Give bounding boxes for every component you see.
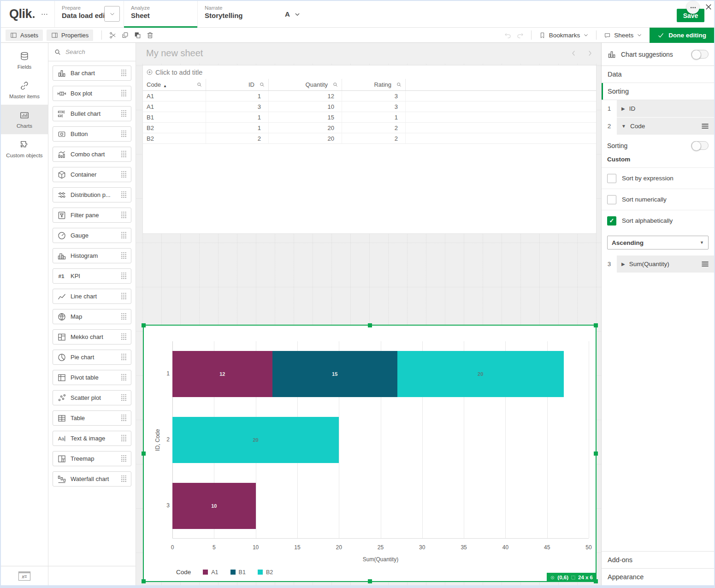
sort-alphabetically-row[interactable]: Sort alphabetically bbox=[602, 210, 714, 231]
column-search-icon[interactable] bbox=[196, 82, 202, 88]
global-menu-icon[interactable] bbox=[41, 10, 48, 18]
bar-chart-object[interactable]: 1215202010 ID, Code Sum(Quantity) 051015… bbox=[143, 325, 597, 582]
bookmarks-button[interactable]: Bookmarks bbox=[536, 32, 592, 39]
table-cell[interactable]: 2 bbox=[342, 123, 406, 133]
section-appearance[interactable]: Appearance bbox=[602, 568, 714, 585]
drag-handle-icon[interactable] bbox=[121, 191, 127, 199]
asset-item-container[interactable]: Container bbox=[53, 167, 131, 182]
drag-handle-icon[interactable] bbox=[121, 272, 127, 280]
asset-item-bullet-chart[interactable]: Bullet chart bbox=[53, 106, 131, 121]
column-search-icon[interactable] bbox=[396, 82, 402, 88]
drag-handle-icon[interactable] bbox=[121, 353, 127, 361]
drag-handle-icon[interactable] bbox=[121, 211, 127, 219]
legend-item-b2[interactable]: B2 bbox=[258, 569, 273, 576]
chart-suggestions-toggle[interactable] bbox=[691, 50, 709, 59]
resize-handle[interactable] bbox=[594, 451, 598, 456]
asset-item-line-chart[interactable]: Line chart bbox=[53, 289, 131, 304]
redo-button[interactable] bbox=[514, 29, 526, 42]
sorting-item-code[interactable]: 2 ▼ Code bbox=[602, 118, 714, 135]
variables-icon[interactable]: x= bbox=[18, 571, 30, 581]
drag-handle-icon[interactable] bbox=[121, 252, 127, 260]
asset-item-waterfall-chart[interactable]: Waterfall chart bbox=[53, 471, 131, 487]
table-title-placeholder[interactable]: Click to add title bbox=[143, 65, 596, 79]
resize-handle[interactable] bbox=[142, 451, 146, 456]
column-search-icon[interactable] bbox=[259, 82, 265, 88]
drag-handle-icon[interactable] bbox=[121, 89, 127, 97]
table-cell[interactable]: 1 bbox=[206, 112, 269, 122]
table-cell[interactable]: 3 bbox=[342, 91, 406, 101]
table-cell[interactable]: A1 bbox=[143, 101, 206, 112]
column-header-id[interactable]: ID bbox=[206, 79, 269, 90]
asset-item-table[interactable]: Table bbox=[53, 410, 131, 426]
table-cell[interactable]: B2 bbox=[143, 123, 206, 133]
drag-handle-icon[interactable] bbox=[121, 455, 127, 463]
sidebar-item-fields[interactable]: Fields bbox=[1, 46, 48, 75]
drag-handle-icon[interactable] bbox=[121, 394, 127, 402]
caret-right-icon[interactable]: ▶ bbox=[621, 261, 625, 267]
asset-item-mekko-chart[interactable]: Mekko chart bbox=[53, 329, 131, 344]
copy-button[interactable] bbox=[119, 29, 131, 42]
search-input[interactable] bbox=[65, 48, 130, 55]
table-cell[interactable]: A1 bbox=[143, 91, 206, 101]
column-header-code[interactable]: Code▲ bbox=[143, 79, 206, 90]
asset-item-bar-chart[interactable]: Bar chart bbox=[53, 65, 131, 81]
drag-handle-icon[interactable] bbox=[121, 313, 127, 321]
drag-handle-icon[interactable] bbox=[121, 333, 127, 341]
properties-panel-button[interactable]: Properties bbox=[47, 30, 93, 41]
resize-handle[interactable] bbox=[368, 579, 372, 583]
asset-item-pie-chart[interactable]: Pie chart bbox=[53, 350, 131, 365]
sort-by-expression-checkbox[interactable] bbox=[607, 174, 616, 183]
asset-item-histogram[interactable]: Histogram bbox=[53, 248, 131, 263]
drag-handle-icon[interactable] bbox=[121, 374, 127, 381]
sorting-item-id[interactable]: 1 ▶ ID bbox=[602, 100, 714, 117]
section-addons[interactable]: Add-ons bbox=[602, 551, 714, 568]
table-cell[interactable]: 2 bbox=[342, 133, 406, 143]
sort-by-expression-row[interactable]: Sort by expression bbox=[602, 167, 714, 189]
resize-handle[interactable] bbox=[142, 579, 146, 583]
bar-segment-b2[interactable]: 20 bbox=[172, 417, 339, 463]
asset-item-scatter-plot[interactable]: Scatter plot bbox=[53, 390, 131, 405]
table-cell[interactable]: 10 bbox=[269, 101, 342, 112]
bar-segment-b1[interactable]: 15 bbox=[272, 351, 397, 397]
tab-narrate[interactable]: Narrate Storytelling bbox=[197, 1, 271, 27]
table-cell[interactable]: B2 bbox=[143, 133, 206, 143]
window-more-button[interactable] bbox=[686, 1, 699, 14]
asset-item-distribution-p[interactable]: Distribution p... bbox=[53, 187, 131, 202]
column-search-icon[interactable] bbox=[332, 82, 338, 88]
asset-item-pivot-table[interactable]: Pivot table bbox=[53, 370, 131, 385]
resize-handle[interactable] bbox=[142, 323, 146, 327]
drag-handle-icon[interactable] bbox=[121, 414, 127, 422]
table-cell[interactable]: B1 bbox=[143, 112, 206, 122]
custom-sorting-toggle[interactable] bbox=[691, 141, 709, 150]
asset-item-filter-pane[interactable]: Filter pane bbox=[53, 208, 131, 223]
column-header-quantity[interactable]: Quantity bbox=[269, 79, 342, 90]
app-selector[interactable]: A bbox=[285, 1, 301, 27]
bar-segment-a1[interactable]: 10 bbox=[172, 483, 256, 529]
asset-item-box-plot[interactable]: Box plot bbox=[53, 86, 131, 101]
table-cell[interactable]: 20 bbox=[269, 133, 342, 143]
drag-handle-icon[interactable] bbox=[701, 261, 709, 267]
asset-item-kpi[interactable]: #1KPI bbox=[53, 268, 131, 284]
legend-item-a1[interactable]: A1 bbox=[203, 569, 218, 576]
tab-prepare[interactable]: Prepare Data load editor bbox=[54, 1, 124, 27]
table-object[interactable]: Click to add title Code▲IDQuantityRating… bbox=[142, 65, 597, 234]
sidebar-item-charts[interactable]: Charts bbox=[1, 105, 48, 134]
asset-item-treemap[interactable]: Treemap bbox=[53, 451, 131, 466]
asset-item-combo-chart[interactable]: Combo chart bbox=[53, 147, 131, 162]
sort-numerically-checkbox[interactable] bbox=[607, 195, 616, 204]
undo-button[interactable] bbox=[502, 29, 514, 42]
drag-handle-icon[interactable] bbox=[121, 434, 127, 442]
sidebar-item-master-items[interactable]: Master items bbox=[1, 75, 48, 105]
drag-handle-icon[interactable] bbox=[121, 232, 127, 239]
caret-right-icon[interactable]: ▶ bbox=[621, 106, 625, 111]
drag-handle-icon[interactable] bbox=[121, 130, 127, 138]
table-cell[interactable]: 12 bbox=[269, 91, 342, 101]
asset-item-button[interactable]: Button bbox=[53, 126, 131, 142]
paste-button[interactable] bbox=[131, 29, 144, 42]
table-cell[interactable]: 20 bbox=[269, 123, 342, 133]
chevron-right-icon[interactable] bbox=[586, 49, 594, 57]
sheets-button[interactable]: Sheets bbox=[601, 32, 645, 39]
drag-handle-icon[interactable] bbox=[701, 123, 709, 129]
done-editing-button[interactable]: Done editing bbox=[650, 28, 714, 43]
asset-item-map[interactable]: Map bbox=[53, 309, 131, 324]
